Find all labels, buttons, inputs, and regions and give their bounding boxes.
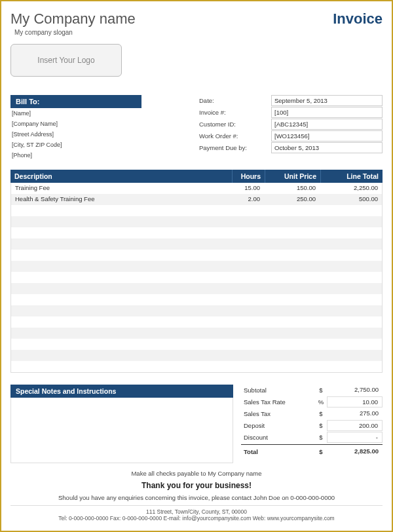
- cell-description[interactable]: [11, 283, 231, 294]
- cell-description[interactable]: [11, 272, 231, 283]
- meta-value-due[interactable]: October 5, 2013: [271, 142, 383, 153]
- tax-sym: $: [315, 410, 327, 417]
- invoice-meta: Date:September 5, 2013 Invoice #:[100] C…: [199, 95, 383, 161]
- meta-value-invoice[interactable]: [100]: [271, 107, 383, 118]
- tax-value: 275.00: [327, 408, 383, 419]
- cell-description[interactable]: [11, 350, 231, 361]
- cell-unit-price[interactable]: [264, 250, 320, 261]
- meta-value-customer[interactable]: [ABC12345]: [271, 119, 383, 130]
- cell-hours[interactable]: [231, 250, 264, 261]
- cell-hours[interactable]: [231, 350, 264, 361]
- table-row: [11, 250, 382, 261]
- cell-unit-price[interactable]: [264, 316, 320, 328]
- table-row: [11, 361, 382, 372]
- cell-description[interactable]: [11, 316, 231, 328]
- table-row: [11, 339, 382, 350]
- cell-line-total: [320, 205, 382, 216]
- cell-hours[interactable]: [231, 272, 264, 283]
- cell-unit-price[interactable]: [264, 361, 320, 372]
- notes-body[interactable]: [10, 398, 233, 463]
- cell-unit-price[interactable]: [264, 350, 320, 361]
- cell-hours[interactable]: 15.00: [231, 183, 264, 194]
- cell-description[interactable]: [11, 216, 231, 227]
- logo-placeholder[interactable]: Insert Your Logo: [10, 44, 122, 77]
- meta-label-customer: Customer ID:: [199, 121, 271, 128]
- cell-hours[interactable]: [231, 328, 264, 339]
- cell-description[interactable]: [11, 250, 231, 261]
- cell-unit-price[interactable]: [264, 272, 320, 283]
- notes-header: Special Notes and Instructions: [10, 385, 233, 398]
- table-row: [11, 283, 382, 294]
- cell-unit-price[interactable]: [264, 283, 320, 294]
- bill-to-section: Bill To: [Name] [Company Name] [Street A…: [10, 95, 141, 161]
- deposit-sym: $: [315, 422, 327, 429]
- taxrate-value[interactable]: 10.00: [327, 396, 383, 408]
- cell-line-total: 500.00: [320, 194, 382, 205]
- bill-to-street: [Street Address]: [10, 129, 141, 140]
- cell-hours[interactable]: [231, 316, 264, 328]
- cell-description[interactable]: [11, 294, 231, 305]
- table-row: [11, 272, 382, 283]
- deposit-value[interactable]: 200.00: [327, 420, 383, 431]
- cell-unit-price[interactable]: [264, 216, 320, 227]
- tax-label: Sales Tax: [241, 409, 315, 419]
- cell-description[interactable]: [11, 361, 231, 372]
- cell-hours[interactable]: 2.00: [231, 194, 264, 205]
- cell-line-total: [320, 350, 382, 361]
- cell-description[interactable]: [11, 328, 231, 339]
- cell-unit-price[interactable]: 150.00: [264, 183, 320, 194]
- cell-description[interactable]: [11, 261, 231, 272]
- table-row: [11, 261, 382, 272]
- cell-unit-price[interactable]: [264, 305, 320, 316]
- cell-description[interactable]: [11, 238, 231, 250]
- cell-hours[interactable]: [231, 216, 264, 227]
- discount-label: Discount: [241, 432, 315, 442]
- meta-label-workorder: Work Order #:: [199, 132, 271, 140]
- cell-unit-price[interactable]: [264, 205, 320, 216]
- taxrate-label: Sales Tax Rate: [241, 397, 315, 407]
- cell-hours[interactable]: [231, 294, 264, 305]
- cell-description[interactable]: [11, 339, 231, 350]
- taxrate-sym: %: [315, 398, 327, 406]
- cell-description[interactable]: Training Fee: [11, 183, 231, 194]
- meta-value-workorder[interactable]: [WO123456]: [271, 130, 383, 142]
- cell-line-total: [320, 261, 382, 272]
- subtotal-sym: $: [315, 387, 327, 394]
- totals-section: Subtotal$2,750.00 Sales Tax Rate%10.00 S…: [241, 385, 383, 463]
- col-header-unit-price: Unit Price: [265, 170, 320, 183]
- cell-hours[interactable]: [231, 339, 264, 350]
- cell-unit-price[interactable]: [264, 294, 320, 305]
- cell-hours[interactable]: [231, 238, 264, 250]
- col-header-hours: Hours: [232, 170, 265, 183]
- discount-value[interactable]: -: [327, 432, 383, 443]
- subtotal-label: Subtotal: [241, 385, 315, 395]
- table-row: [11, 294, 382, 305]
- meta-label-date: Date:: [199, 97, 271, 104]
- cell-unit-price[interactable]: [264, 328, 320, 339]
- cell-unit-price[interactable]: [264, 261, 320, 272]
- cell-description[interactable]: [11, 227, 231, 238]
- contact-text: Tel: 0-000-000-0000 Fax: 0-000-000-0000 …: [10, 515, 383, 522]
- cell-hours[interactable]: [231, 361, 264, 372]
- table-row: [11, 350, 382, 361]
- cell-hours[interactable]: [231, 205, 264, 216]
- cell-hours[interactable]: [231, 283, 264, 294]
- cell-line-total: [320, 294, 382, 305]
- enquiries-text: Should you have any enquiries concerning…: [10, 494, 383, 501]
- cell-hours[interactable]: [231, 227, 264, 238]
- table-row: [11, 216, 382, 227]
- cell-unit-price[interactable]: [264, 339, 320, 350]
- cell-description[interactable]: [11, 205, 231, 216]
- deposit-label: Deposit: [241, 421, 315, 430]
- cell-description[interactable]: Health & Safety Training Fee: [11, 194, 231, 205]
- cell-hours[interactable]: [231, 261, 264, 272]
- cell-hours[interactable]: [231, 305, 264, 316]
- cell-line-total: [320, 316, 382, 328]
- cell-unit-price[interactable]: [264, 227, 320, 238]
- table-row: Training Fee15.00150.002,250.00: [11, 183, 382, 194]
- cell-unit-price[interactable]: 250.00: [264, 194, 320, 205]
- cell-unit-price[interactable]: [264, 238, 320, 250]
- cell-description[interactable]: [11, 305, 231, 316]
- meta-value-date[interactable]: September 5, 2013: [271, 95, 383, 106]
- address-text: 111 Street, Town/City, County, ST, 00000: [10, 508, 383, 515]
